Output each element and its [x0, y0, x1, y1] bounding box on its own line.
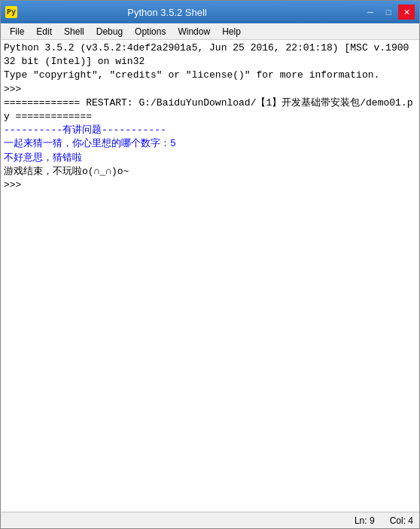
- title-bar-buttons: ─ □ ✕: [362, 5, 415, 20]
- shell-line-2: Type "copyright", "credits" or "license(…: [4, 69, 416, 82]
- window: Py Python 3.5.2 Shell ─ □ ✕ File Edit Sh…: [0, 0, 420, 529]
- status-bar: Ln: 9 Col: 4: [1, 512, 419, 528]
- shell-line-3: >>>: [4, 83, 416, 96]
- menu-item-debug[interactable]: Debug: [90, 23, 129, 39]
- copyright-text: copyright: [39, 69, 92, 81]
- shell-line-9: >>>: [4, 179, 416, 192]
- column-number: Col: 4: [390, 515, 413, 526]
- menu-item-shell[interactable]: Shell: [58, 23, 90, 39]
- close-button[interactable]: ✕: [398, 5, 415, 20]
- shell-content[interactable]: Python 3.5.2 (v3.5.2:4def2a2901a5, Jun 2…: [1, 40, 419, 512]
- menu-item-window[interactable]: Window: [172, 23, 216, 39]
- shell-line-6: 一起来猜一猜，你心里想的哪个数字：5: [4, 137, 416, 151]
- shell-line-4: ============= RESTART: G:/BaiduYunDownlo…: [4, 96, 416, 124]
- menu-item-file[interactable]: File: [4, 23, 30, 39]
- title-bar: Py Python 3.5.2 Shell ─ □ ✕: [1, 1, 419, 23]
- window-title: Python 3.5.2 Shell: [17, 7, 317, 18]
- menu-item-edit[interactable]: Edit: [30, 23, 58, 39]
- shell-line-1: Python 3.5.2 (v3.5.2:4def2a2901a5, Jun 2…: [4, 41, 416, 69]
- menu-item-options[interactable]: Options: [129, 23, 172, 39]
- maximize-button[interactable]: □: [380, 5, 397, 20]
- python-icon: Py: [5, 6, 17, 18]
- shell-line-7: 不好意思，猜错啦: [4, 151, 416, 165]
- shell-line-5: ----------有讲问题-----------: [4, 124, 416, 137]
- menu-item-help[interactable]: Help: [216, 23, 247, 39]
- line-number: Ln: 9: [355, 515, 375, 526]
- menu-bar: File Edit Shell Debug Options Window Hel…: [1, 23, 419, 40]
- title-bar-left: Py: [5, 6, 17, 18]
- shell-line-8: 游戏结束，不玩啦o(∩_∩)o~: [4, 165, 416, 179]
- minimize-button[interactable]: ─: [362, 5, 379, 20]
